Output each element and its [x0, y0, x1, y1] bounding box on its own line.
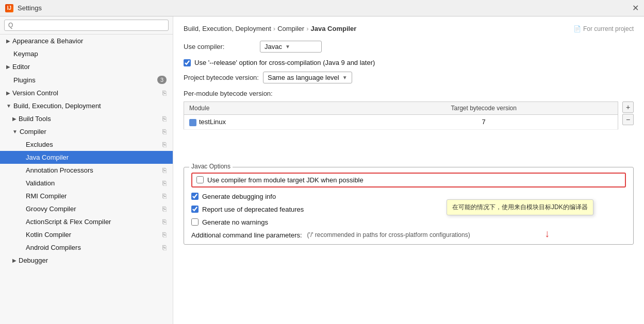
expand-arrow-icon: ▼	[6, 103, 11, 109]
sidebar-label-version-control: Version Control	[12, 89, 58, 97]
use-module-compiler-checkbox[interactable]	[196, 176, 204, 183]
release-option-row: Use '--release' option for cross-compila…	[184, 59, 634, 66]
module-icon	[189, 119, 196, 126]
additional-params-note: ('/' recommended in paths for cross-plat…	[307, 231, 470, 238]
search-input[interactable]	[4, 20, 169, 31]
compiler-dropdown[interactable]: Javac ▼	[260, 41, 322, 53]
sidebar-item-kotlin-compiler[interactable]: Kotlin Compiler⎘	[0, 228, 173, 241]
sidebar-item-version-control[interactable]: ▶Version Control⎘	[0, 87, 173, 99]
breadcrumb-sep2: ›	[306, 25, 308, 32]
sidebar-badge: 3	[157, 76, 167, 84]
sidebar-label-groovy-compiler: Groovy Compiler	[26, 205, 76, 213]
javac-section-title: Javac Options	[189, 163, 233, 170]
sidebar-item-validation[interactable]: Validation⎘	[0, 177, 173, 190]
sidebar-item-groovy-compiler[interactable]: Groovy Compiler⎘	[0, 202, 173, 215]
breadcrumb-part1: Build, Execution, Deployment	[184, 25, 271, 32]
use-module-compiler-label: Use compiler from module target JDK when…	[207, 176, 364, 184]
sidebar-item-debugger[interactable]: ▶Debugger	[0, 254, 173, 267]
compiler-value: Javac	[265, 43, 282, 50]
sidebar-item-annotation-processors[interactable]: Annotation Processors⎘	[0, 164, 173, 177]
bytecode-dropdown-arrow-icon: ▼	[342, 75, 348, 80]
sidebar-item-keymap[interactable]: Keymap	[0, 47, 173, 60]
title-bar-left: IJ Settings	[5, 4, 42, 12]
sidebar-items-container: ▶Appearance & BehaviorKeymap▶EditorPlugi…	[0, 35, 173, 267]
expand-arrow-icon: ▼	[12, 129, 18, 134]
table-header-version: Target bytecode version	[350, 102, 618, 115]
no-warnings-checkbox[interactable]	[191, 218, 199, 226]
expand-arrow-icon: ▶	[12, 258, 16, 263]
repo-icon: ⎘	[162, 218, 167, 226]
sidebar-label-debugger: Debugger	[19, 257, 48, 264]
bytecode-dropdown[interactable]: Same as language level ▼	[263, 72, 352, 83]
search-bar	[0, 16, 173, 35]
dropdown-arrow-icon: ▼	[285, 44, 290, 49]
debugging-info-checkbox[interactable]	[191, 193, 199, 200]
use-compiler-row: Use compiler: Javac ▼	[184, 41, 634, 53]
table-cell-module: testLinux	[184, 115, 350, 130]
sidebar-item-editor[interactable]: ▶Editor	[0, 60, 173, 73]
remove-module-button[interactable]: −	[622, 114, 634, 125]
expand-arrow-icon: ▶	[6, 64, 10, 70]
sidebar-item-build-execution-deployment[interactable]: ▼Build, Execution, Deployment	[0, 99, 173, 112]
expand-arrow-icon: ▶	[12, 116, 16, 122]
sidebar-label-rmi-compiler: RMI Compiler	[26, 192, 67, 200]
repo-icon: ⎘	[162, 244, 167, 251]
table-header-module: Module	[184, 102, 350, 115]
sidebar-item-plugins[interactable]: Plugins3	[0, 73, 173, 87]
repo-icon: ⎘	[162, 141, 167, 148]
app-icon: IJ	[5, 4, 13, 12]
tooltip-box: 在可能的情况下，使用来自模块目标JDK的编译器	[447, 199, 593, 215]
use-module-compiler-row: Use compiler from module target JDK when…	[191, 173, 626, 187]
sidebar-label-editor: Editor	[12, 63, 30, 71]
sidebar-label-actionscript-flex: ActionScript & Flex Compiler	[26, 218, 111, 226]
sidebar-label-plugins: Plugins	[13, 76, 36, 84]
no-warnings-row: Generate no warnings	[191, 218, 626, 226]
sidebar-item-compiler[interactable]: ▼Compiler⎘	[0, 125, 173, 138]
additional-params-row: Additional command line parameters: ('/'…	[191, 231, 626, 239]
breadcrumb-project: 📄 For current project	[573, 25, 634, 32]
sidebar-label-android-compilers: Android Compilers	[26, 244, 81, 251]
table-actions: + −	[622, 101, 634, 125]
per-module-title: Per-module bytecode version:	[184, 90, 634, 97]
sidebar-label-annotation-processors: Annotation Processors	[26, 166, 93, 174]
breadcrumb-sep1: ›	[273, 25, 275, 32]
repo-icon: ⎘	[162, 205, 167, 213]
content-panel: Build, Execution, Deployment › Compiler …	[173, 16, 644, 324]
repo-icon: ⎘	[162, 128, 167, 135]
close-button[interactable]: ✕	[632, 4, 639, 12]
sidebar-label-keymap: Keymap	[13, 50, 38, 58]
bytecode-value: Same as language level	[268, 74, 339, 81]
module-table-body: testLinux7	[184, 115, 618, 130]
main-layout: ▶Appearance & BehaviorKeymap▶EditorPlugi…	[0, 16, 644, 324]
title-bar: IJ Settings ✕	[0, 0, 644, 16]
breadcrumb-part3: Java Compiler	[311, 25, 357, 32]
use-compiler-label: Use compiler:	[184, 43, 256, 50]
repo-icon: ⎘	[162, 231, 167, 238]
sidebar-item-excludes[interactable]: Excludes⎘	[0, 138, 173, 151]
sidebar-item-rmi-compiler[interactable]: RMI Compiler⎘	[0, 190, 173, 202]
sidebar-label-excludes: Excludes	[26, 141, 53, 148]
report-deprecated-label: Report use of deprecated features	[202, 206, 304, 213]
additional-params-label: Additional command line parameters:	[191, 231, 302, 239]
report-deprecated-checkbox[interactable]	[191, 206, 199, 213]
breadcrumb-part2: Compiler	[277, 25, 304, 32]
release-checkbox[interactable]	[184, 59, 191, 66]
table-row: testLinux7	[184, 115, 618, 130]
sidebar-item-actionscript-flex[interactable]: ActionScript & Flex Compiler⎘	[0, 215, 173, 228]
sidebar-label-appearance: Appearance & Behavior	[12, 37, 83, 45]
sidebar-label-java-compiler: Java Compiler	[26, 154, 69, 161]
tooltip-text: 在可能的情况下，使用来自模块目标JDK的编译器	[452, 203, 588, 211]
repo-icon: ⎘	[162, 192, 167, 200]
sidebar-label-validation: Validation	[26, 179, 55, 187]
release-option-label: Use '--release' option for cross-compila…	[194, 59, 375, 66]
sidebar-item-java-compiler[interactable]: Java Compiler	[0, 151, 173, 164]
sidebar-label-kotlin-compiler: Kotlin Compiler	[26, 231, 71, 238]
repo-icon: ⎘	[162, 89, 167, 97]
sidebar-item-build-tools[interactable]: ▶Build Tools⎘	[0, 112, 173, 125]
project-bytecode-label: Project bytecode version:	[184, 74, 259, 81]
project-bytecode-row: Project bytecode version: Same as langua…	[184, 72, 634, 83]
sidebar-item-appearance[interactable]: ▶Appearance & Behavior	[0, 35, 173, 47]
add-module-button[interactable]: +	[622, 101, 634, 113]
expand-arrow-icon: ▶	[6, 90, 10, 96]
sidebar-item-android-compilers[interactable]: Android Compilers⎘	[0, 241, 173, 254]
